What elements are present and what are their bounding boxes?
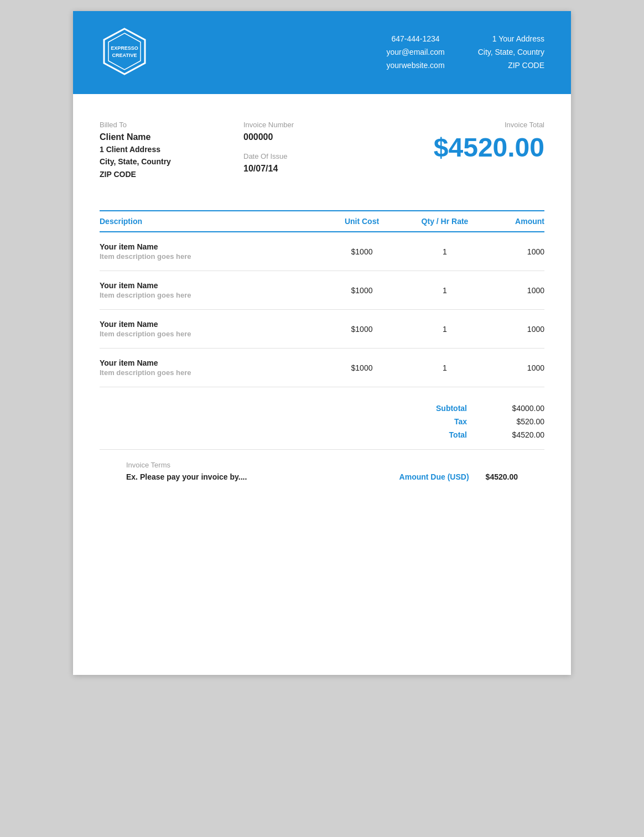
- row-unit-cost: $1000: [323, 286, 401, 295]
- row-amount: 1000: [489, 247, 544, 256]
- terms-label: Invoice Terms: [126, 461, 247, 469]
- col-unit-cost-header: Unit Cost: [323, 217, 401, 226]
- item-description-col: Your item Name Item description goes her…: [100, 320, 323, 338]
- row-amount: 1000: [489, 363, 544, 372]
- item-name: Your item Name: [100, 320, 323, 329]
- col-description-header: Description: [100, 217, 323, 226]
- billed-to-label: Billed To: [100, 121, 243, 129]
- item-name: Your item Name: [100, 281, 323, 290]
- date-value: 10/07/14: [243, 164, 365, 174]
- tax-value: $520.00: [489, 417, 544, 426]
- invoice-table: Description Unit Cost Qty / Hr Rate Amou…: [73, 194, 571, 387]
- item-name: Your item Name: [100, 358, 323, 367]
- total-label: Total: [389, 430, 467, 439]
- date-label: Date Of Issue: [243, 152, 365, 160]
- terms-text: Ex. Please pay your invoice by....: [126, 472, 247, 481]
- header-address: 1 Your Address City, State, Country ZIP …: [478, 33, 544, 72]
- row-unit-cost: $1000: [323, 363, 401, 372]
- logo-icon: EXPRESSO CREATIVE: [100, 27, 149, 76]
- header-contact: 647-444-1234 your@email.com yourwebsite.…: [386, 33, 444, 72]
- item-name: Your item Name: [100, 242, 323, 251]
- invoice-meta-column: Invoice Number 000000 Date Of Issue 10/0…: [243, 121, 365, 174]
- row-qty: 1: [401, 325, 489, 334]
- totals-section: Subtotal $4000.00 Tax $520.00 Total $452…: [73, 387, 571, 449]
- item-desc: Item description goes here: [100, 252, 323, 261]
- item-desc: Item description goes here: [100, 291, 323, 299]
- item-description-col: Your item Name Item description goes her…: [100, 281, 323, 299]
- amount-due-label: Amount Due (USD): [399, 472, 469, 481]
- item-description-col: Your item Name Item description goes her…: [100, 242, 323, 261]
- invoice-page: EXPRESSO CREATIVE 647-444-1234 your@emai…: [73, 11, 571, 675]
- row-amount: 1000: [489, 325, 544, 334]
- logo-area: EXPRESSO CREATIVE: [100, 27, 149, 79]
- table-header: Description Unit Cost Qty / Hr Rate Amou…: [100, 210, 544, 232]
- footer-section: Invoice Terms Ex. Please pay your invoic…: [100, 449, 544, 503]
- client-address3: ZIP CODE: [100, 168, 243, 180]
- amount-due-block: Amount Due (USD) $4520.00: [399, 472, 518, 481]
- table-row: Your item Name Item description goes her…: [100, 310, 544, 349]
- header-address-line1: 1 Your Address: [478, 33, 544, 46]
- row-amount: 1000: [489, 286, 544, 295]
- billed-to-column: Billed To Client Name 1 Client Address C…: [100, 121, 243, 180]
- header-address-line3: ZIP CODE: [478, 59, 544, 72]
- col-qty-header: Qty / Hr Rate: [401, 217, 489, 226]
- row-qty: 1: [401, 286, 489, 295]
- header-phone: 647-444-1234: [386, 33, 444, 46]
- invoice-number-label: Invoice Number: [243, 121, 365, 129]
- amount-due-value: $4520.00: [486, 472, 518, 481]
- invoice-total-amount: $4520.00: [365, 132, 544, 163]
- svg-marker-0: [104, 29, 145, 74]
- subtotal-label: Subtotal: [389, 404, 467, 413]
- client-address1: 1 Client Address: [100, 143, 243, 155]
- header-email: your@email.com: [386, 46, 444, 59]
- client-address2: City, State, Country: [100, 155, 243, 168]
- invoice-terms-block: Invoice Terms Ex. Please pay your invoic…: [126, 461, 247, 481]
- client-name: Client Name: [100, 132, 243, 142]
- invoice-total-label: Invoice Total: [365, 121, 544, 129]
- row-qty: 1: [401, 247, 489, 256]
- total-row: Total $4520.00: [100, 430, 544, 439]
- item-desc: Item description goes here: [100, 368, 323, 377]
- row-qty: 1: [401, 363, 489, 372]
- invoice-number: 000000: [243, 132, 365, 142]
- invoice-header: EXPRESSO CREATIVE 647-444-1234 your@emai…: [73, 11, 571, 94]
- svg-text:CREATIVE: CREATIVE: [112, 53, 137, 58]
- header-address-line2: City, State, Country: [478, 46, 544, 59]
- svg-marker-1: [108, 33, 141, 70]
- row-unit-cost: $1000: [323, 325, 401, 334]
- invoice-total-column: Invoice Total $4520.00: [365, 121, 544, 163]
- header-website: yourwebsite.com: [386, 59, 444, 72]
- table-row: Your item Name Item description goes her…: [100, 349, 544, 387]
- item-desc: Item description goes here: [100, 330, 323, 338]
- billing-section: Billed To Client Name 1 Client Address C…: [73, 94, 571, 194]
- tax-row: Tax $520.00: [100, 417, 544, 426]
- row-unit-cost: $1000: [323, 247, 401, 256]
- svg-text:EXPRESSO: EXPRESSO: [111, 45, 138, 51]
- table-row: Your item Name Item description goes her…: [100, 232, 544, 271]
- table-row: Your item Name Item description goes her…: [100, 271, 544, 310]
- subtotal-value: $4000.00: [489, 404, 544, 413]
- tax-label: Tax: [389, 417, 467, 426]
- total-value: $4520.00: [489, 430, 544, 439]
- subtotal-row: Subtotal $4000.00: [100, 404, 544, 413]
- col-amount-header: Amount: [489, 217, 544, 226]
- item-description-col: Your item Name Item description goes her…: [100, 358, 323, 377]
